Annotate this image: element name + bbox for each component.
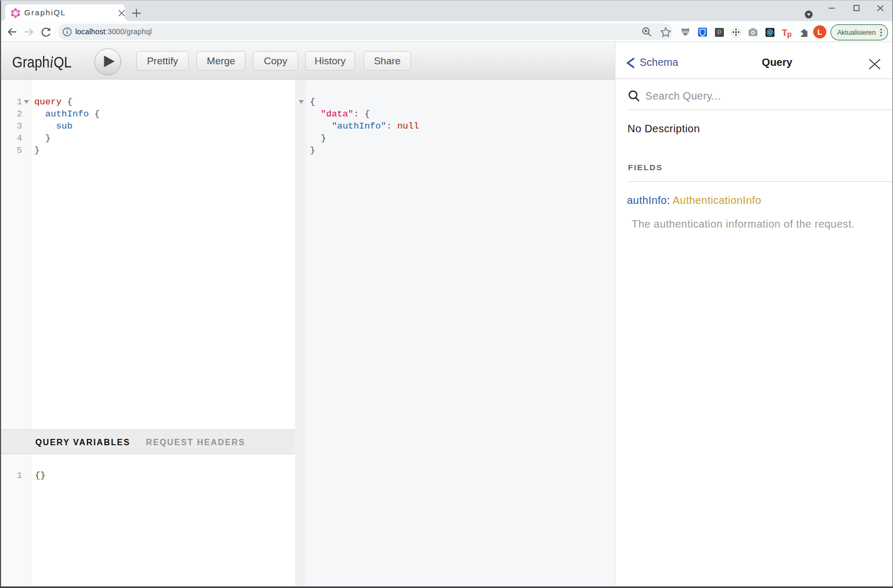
- svg-text:P: P: [717, 29, 721, 36]
- svg-text:UO: UO: [683, 30, 689, 34]
- svg-text:Aktualisieren: Aktualisieren: [837, 28, 876, 36]
- svg-text:p: p: [787, 30, 792, 38]
- svg-text:L: L: [818, 28, 822, 36]
